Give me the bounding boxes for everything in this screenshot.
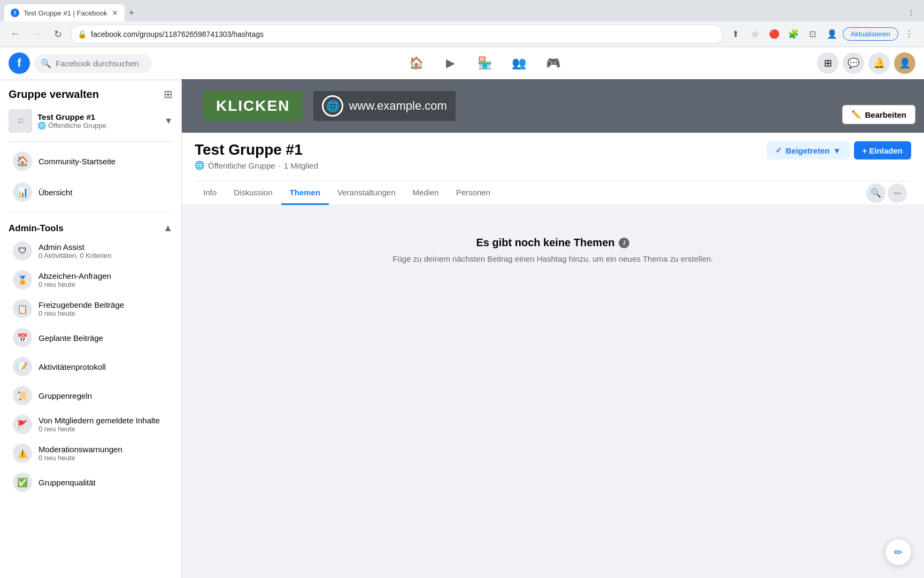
rules-icon: 📜 bbox=[13, 386, 32, 405]
chrome-menu-btn[interactable]: ⋮ bbox=[900, 26, 918, 43]
cover-url-badge: 🌐 www.example.com bbox=[313, 91, 455, 121]
forward-btn[interactable]: → bbox=[28, 26, 45, 43]
reload-btn[interactable]: ↻ bbox=[49, 26, 66, 43]
profile-btn[interactable]: 👤 bbox=[823, 26, 841, 43]
sidebar-icon-btn[interactable]: ⊞ bbox=[164, 88, 173, 101]
compose-float-btn[interactable]: ✏ bbox=[886, 539, 911, 565]
joined-button[interactable]: ✓ Beigetreten ▼ bbox=[767, 141, 849, 159]
bookmark-btn[interactable]: ☆ bbox=[746, 26, 764, 43]
share-btn[interactable]: ⬆ bbox=[727, 26, 744, 43]
tab-favicon: f bbox=[11, 9, 19, 17]
log-icon: 📝 bbox=[13, 357, 32, 376]
info-icon: i bbox=[619, 238, 629, 248]
group-title: Test Gruppe #1 bbox=[195, 141, 318, 158]
sidebar-item-overview[interactable]: 📊 Übersicht bbox=[4, 177, 177, 207]
search-box[interactable]: 🔍 bbox=[34, 54, 152, 73]
gaming-nav-btn[interactable]: 🎮 bbox=[538, 50, 568, 76]
browser-tab[interactable]: f Test Gruppe #1 | Facebook ✕ bbox=[4, 4, 125, 21]
facebook-logo: f bbox=[9, 52, 30, 74]
badges-icon: 🏅 bbox=[13, 270, 32, 290]
pending-label: Freizugebende Beiträge bbox=[38, 300, 168, 309]
cover-image: KLICKEN 🌐 www.example.com bbox=[182, 79, 924, 133]
overview-icon: 📊 bbox=[13, 182, 32, 202]
sidebar-label-community: Community-Startseite bbox=[38, 157, 116, 166]
messenger-btn[interactable]: 💬 bbox=[843, 52, 864, 74]
tab-diskussion[interactable]: Diskussion bbox=[225, 181, 281, 205]
search-tab-btn[interactable]: 🔍 bbox=[866, 184, 886, 203]
admin-item-reported[interactable]: 🚩 Von Mitgliedern gemeldete Inhalte 0 ne… bbox=[4, 410, 177, 438]
dropdown-arrow-icon: ▼ bbox=[833, 146, 841, 155]
admin-section-toggle[interactable]: ▲ bbox=[163, 223, 173, 234]
group-info: Test Gruppe #1 🌐 Öffentliche Gruppe bbox=[37, 112, 159, 130]
globe-icon: 🌐 bbox=[37, 121, 46, 130]
tabs-bar: Info Diskussion Themen Veranstaltungen M… bbox=[195, 181, 911, 204]
watch-nav-btn[interactable]: ▶ bbox=[435, 50, 465, 76]
admin-item-quality[interactable]: ✅ Gruppenqualität bbox=[4, 468, 177, 496]
empty-state-title: Es gibt noch keine Themen i bbox=[476, 237, 630, 249]
split-view-btn[interactable]: ⊡ bbox=[804, 26, 821, 43]
group-dropdown-btn[interactable]: ▼ bbox=[164, 116, 173, 126]
tab-themen[interactable]: Themen bbox=[281, 181, 329, 205]
browser-menu-btn[interactable]: ⋮ bbox=[903, 4, 920, 21]
globe-icon-big: 🌐 bbox=[322, 95, 343, 117]
pending-icon: 📋 bbox=[13, 299, 32, 318]
reported-label: Von Mitgliedern gemeldete Inhalte bbox=[38, 416, 168, 425]
new-tab-button[interactable]: + bbox=[125, 5, 139, 21]
reported-icon: 🚩 bbox=[13, 415, 32, 434]
tab-close-btn[interactable]: ✕ bbox=[112, 9, 118, 17]
admin-item-pending[interactable]: 📋 Freizugebende Beiträge 0 neu heute bbox=[4, 295, 177, 323]
home-nav-btn[interactable]: 🏠 bbox=[401, 50, 431, 76]
edit-cover-btn[interactable]: ✏️ Bearbeiten bbox=[842, 105, 915, 124]
apps-btn[interactable]: ⊞ bbox=[817, 52, 838, 74]
warnings-icon: ⚠️ bbox=[13, 444, 32, 463]
invite-button[interactable]: + Einladen bbox=[854, 141, 911, 159]
more-tab-btn[interactable]: ··· bbox=[888, 184, 907, 203]
reported-text: Von Mitgliedern gemeldete Inhalte 0 neu … bbox=[38, 416, 168, 433]
empty-state-subtitle: Füge zu deinem nächsten Beitrag einen Ha… bbox=[392, 254, 713, 263]
user-avatar[interactable]: 👤 bbox=[894, 52, 915, 74]
main-content: KLICKEN 🌐 www.example.com ✏️ Bearbeiten … bbox=[182, 79, 924, 578]
pending-sub: 0 neu heute bbox=[38, 309, 168, 317]
admin-assist-text: Admin Assist 0 Aktivitäten, 0 Kriterien bbox=[38, 242, 168, 260]
groups-nav-btn[interactable]: 👥 bbox=[504, 50, 534, 76]
admin-item-scheduled[interactable]: 📅 Geplante Beiträge bbox=[4, 324, 177, 352]
group-type: 🌐 Öffentliche Gruppe bbox=[37, 121, 159, 130]
tab-personen[interactable]: Personen bbox=[448, 181, 499, 205]
back-btn[interactable]: ← bbox=[6, 26, 24, 43]
update-button[interactable]: Aktualisieren bbox=[843, 27, 898, 41]
sidebar-divider bbox=[9, 141, 173, 142]
tab-veranstaltungen[interactable]: Veranstaltungen bbox=[329, 181, 404, 205]
scheduled-text: Geplante Beiträge bbox=[38, 333, 168, 343]
extensions-btn[interactable]: 🧩 bbox=[785, 26, 802, 43]
sidebar-item-community[interactable]: 🏠 Community-Startseite bbox=[4, 146, 177, 176]
url-input[interactable] bbox=[91, 30, 716, 39]
rules-label: Gruppenregeln bbox=[38, 391, 168, 400]
tab-medien[interactable]: Medien bbox=[404, 181, 448, 205]
admin-item-assist[interactable]: 🛡 Admin Assist 0 Aktivitäten, 0 Kriterie… bbox=[4, 237, 177, 265]
joined-icon: ✓ bbox=[775, 146, 782, 155]
tab-info[interactable]: Info bbox=[195, 181, 225, 205]
globe-meta-icon: 🌐 bbox=[195, 161, 205, 170]
admin-item-badges[interactable]: 🏅 Abzeichen-Anfragen 0 neu heute bbox=[4, 266, 177, 294]
themes-content: Es gibt noch keine Themen i Füge zu dein… bbox=[182, 204, 924, 295]
extension-red-btn[interactable]: 🔴 bbox=[766, 26, 783, 43]
group-title-area: Test Gruppe #1 🌐 Öffentliche Gruppe · 1 … bbox=[195, 141, 318, 170]
reported-sub: 0 neu heute bbox=[38, 425, 168, 433]
search-input[interactable] bbox=[56, 59, 145, 68]
admin-section-header: Admin-Tools ▲ bbox=[0, 216, 181, 236]
notifications-btn[interactable]: 🔔 bbox=[868, 52, 890, 74]
log-text: Aktivitätenprotokoll bbox=[38, 362, 168, 371]
header-actions: ✓ Beigetreten ▼ + Einladen bbox=[767, 141, 911, 159]
group-avatar: 📰 bbox=[9, 109, 32, 133]
cover-url-text: www.example.com bbox=[349, 99, 446, 113]
admin-item-rules[interactable]: 📜 Gruppenregeln bbox=[4, 382, 177, 409]
badges-sub: 0 neu heute bbox=[38, 280, 168, 288]
group-header: Test Gruppe #1 🌐 Öffentliche Gruppe · 1 … bbox=[182, 133, 924, 204]
admin-item-warnings[interactable]: ⚠️ Moderationswarnungen 0 neu heute bbox=[4, 439, 177, 467]
badges-label: Abzeichen-Anfragen bbox=[38, 271, 168, 280]
marketplace-nav-btn[interactable]: 🏪 bbox=[469, 50, 499, 76]
admin-item-log[interactable]: 📝 Aktivitätenprotokoll bbox=[4, 353, 177, 381]
warnings-label: Moderationswarnungen bbox=[38, 445, 168, 454]
group-item[interactable]: 📰 Test Gruppe #1 🌐 Öffentliche Gruppe ▼ bbox=[0, 105, 181, 137]
admin-assist-label: Admin Assist bbox=[38, 242, 168, 252]
